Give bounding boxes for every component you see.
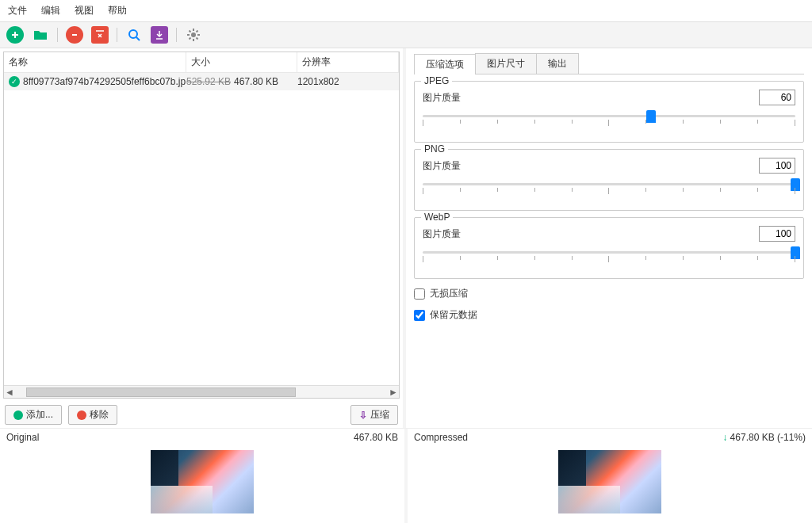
jpeg-quality-slider[interactable] [423, 112, 795, 129]
table-row[interactable]: ✓8ff09773af974b74292505feff6bc07b.jp 525… [4, 73, 399, 90]
metadata-label: 保留元数据 [430, 308, 477, 322]
original-thumbnail[interactable] [151, 450, 254, 513]
compressed-size: 467.80 KB (-11%) [730, 432, 806, 443]
file-list-panel: 名称 大小 分辨率 ✓8ff09773af974b74292505feff6bc… [0, 48, 406, 428]
scroll-right-icon[interactable]: ► [388, 387, 399, 398]
webp-quality-slider[interactable] [423, 248, 795, 265]
file-name: 8ff09773af974b74292505feff6bc07b.jp [23, 76, 186, 87]
add-button[interactable]: 添加... [5, 405, 62, 425]
compress-button[interactable]: ⇩压缩 [350, 405, 398, 425]
menubar: 文件 编辑 视图 帮助 [0, 0, 812, 21]
action-row: 添加... 移除 ⇩压缩 [0, 402, 403, 428]
separator [117, 28, 117, 42]
lossless-checkbox[interactable] [414, 288, 425, 300]
tab-image-size[interactable]: 图片尺寸 [475, 53, 537, 74]
webp-quality-label: 图片质量 [423, 227, 753, 241]
svg-point-2 [191, 32, 196, 37]
metadata-row: 保留元数据 [414, 308, 804, 322]
original-preview: Original467.80 KB [0, 429, 408, 523]
compress-icon: ⇩ [359, 410, 367, 421]
metadata-checkbox[interactable] [414, 310, 425, 321]
compressed-preview: Compressed↓ 467.80 KB (-11%) [408, 429, 812, 523]
options-panel: 压缩选项 图片尺寸 输出 JPEG 图片质量 PNG 图片质量 WebP 图片质… [406, 48, 812, 428]
down-arrow-icon: ↓ [722, 432, 730, 443]
main-area: 名称 大小 分辨率 ✓8ff09773af974b74292505feff6bc… [0, 48, 812, 428]
compressed-label: Compressed [414, 432, 468, 443]
png-group: PNG 图片质量 [414, 149, 804, 211]
lossless-label: 无损压缩 [430, 287, 468, 300]
horizontal-scrollbar[interactable]: ◄ ► [4, 385, 399, 398]
menu-file[interactable]: 文件 [8, 4, 27, 17]
jpeg-quality-input[interactable] [759, 90, 795, 105]
menu-edit[interactable]: 编辑 [41, 4, 60, 17]
col-name[interactable]: 名称 [4, 52, 186, 72]
clear-all-button[interactable] [91, 26, 109, 44]
png-quality-input[interactable] [759, 158, 795, 174]
scrollbar-thumb[interactable] [26, 387, 296, 397]
col-size[interactable]: 大小 [186, 52, 297, 72]
separator [57, 28, 58, 42]
original-size: 467.80 KB [354, 432, 398, 443]
png-quality-label: 图片质量 [423, 159, 753, 173]
file-table: 名称 大小 分辨率 ✓8ff09773af974b74292505feff6bc… [3, 52, 400, 399]
toolbar [0, 21, 812, 48]
png-title: PNG [421, 143, 448, 155]
png-quality-slider[interactable] [423, 180, 795, 197]
menu-view[interactable]: 视图 [75, 4, 94, 17]
minus-icon [77, 410, 86, 420]
webp-quality-input[interactable] [759, 226, 795, 242]
resolution: 1201x802 [297, 76, 394, 87]
svg-point-1 [129, 30, 137, 38]
status-ok-icon: ✓ [9, 76, 20, 87]
compress-button[interactable] [151, 26, 168, 44]
jpeg-title: JPEG [421, 75, 452, 86]
remove-button[interactable] [66, 26, 83, 44]
table-header: 名称 大小 分辨率 [4, 52, 399, 73]
tab-output[interactable]: 输出 [536, 53, 579, 74]
orig-size: 525.92 KB [186, 76, 231, 87]
scroll-left-icon[interactable]: ◄ [4, 387, 15, 398]
original-label: Original [6, 432, 39, 443]
open-folder-button[interactable] [32, 26, 49, 44]
preview-panel: Original467.80 KB Compressed↓ 467.80 KB … [0, 428, 812, 523]
remove-button[interactable]: 移除 [68, 405, 117, 425]
tabs: 压缩选项 图片尺寸 输出 [414, 53, 804, 74]
menu-help[interactable]: 帮助 [108, 4, 127, 17]
jpeg-quality-label: 图片质量 [423, 91, 753, 105]
add-files-button[interactable] [6, 26, 24, 44]
webp-group: WebP 图片质量 [414, 217, 804, 279]
separator [176, 28, 177, 42]
tab-compress-options[interactable]: 压缩选项 [414, 54, 476, 74]
settings-button[interactable] [185, 26, 202, 44]
jpeg-group: JPEG 图片质量 [414, 81, 804, 143]
webp-title: WebP [421, 212, 453, 223]
lossless-row: 无损压缩 [414, 287, 804, 300]
plus-icon [13, 410, 23, 420]
new-size: 467.80 KB [234, 76, 278, 87]
col-res[interactable]: 分辨率 [297, 52, 399, 72]
preview-button[interactable] [125, 26, 143, 44]
compressed-thumbnail[interactable] [558, 450, 661, 513]
